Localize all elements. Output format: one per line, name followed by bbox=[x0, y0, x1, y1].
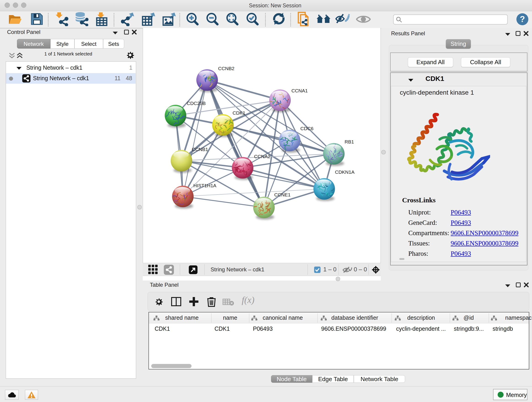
svg-text:CCNA2: CCNA2 bbox=[254, 154, 270, 159]
svg-text:CCNB2: CCNB2 bbox=[218, 66, 234, 71]
svg-text:CDK1: CDK1 bbox=[233, 110, 245, 115]
svg-text:HIST1H1A: HIST1H1A bbox=[193, 183, 216, 188]
svg-text:CDC6: CDC6 bbox=[300, 126, 313, 131]
svg-text:CDC25B: CDC25B bbox=[187, 101, 206, 106]
svg-text:CCNA1: CCNA1 bbox=[291, 88, 308, 93]
svg-text:CCNB1: CCNB1 bbox=[192, 147, 208, 152]
svg-text:CCNE1: CCNE1 bbox=[274, 192, 291, 197]
svg-text:CDKN1A: CDKN1A bbox=[335, 169, 355, 175]
svg-text:?: ? bbox=[520, 14, 525, 24]
svg-text:RB1: RB1 bbox=[345, 139, 354, 144]
